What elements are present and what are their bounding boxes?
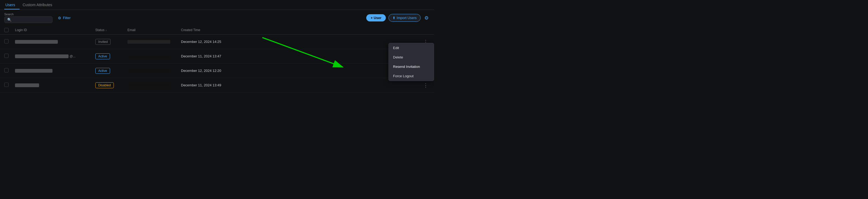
created-time-header: Created Time	[181, 28, 430, 32]
login-id-3	[15, 69, 95, 73]
row-select-1	[4, 39, 15, 44]
tabs-bar: Users Custom Attributes	[0, 0, 434, 10]
users-table: Login ID Status ↓ Email Created Time Inv…	[0, 26, 434, 92]
context-menu: Edit Delete Resend Invitation Force Logo…	[389, 43, 434, 81]
tab-users[interactable]: Users	[4, 1, 20, 9]
table-row: Invited December 12, 2024 14:25 ⋮	[0, 35, 434, 49]
upload-icon: ⬆	[393, 16, 396, 20]
context-menu-force-logout[interactable]: Force Logout	[389, 72, 434, 81]
search-input-wrapper: 🔍	[4, 17, 53, 23]
status-badge-3: Active	[95, 68, 110, 74]
more-options-4[interactable]: ⋮	[422, 81, 430, 89]
row-checkbox-3[interactable]	[4, 68, 8, 73]
search-label: Search	[4, 12, 53, 16]
add-user-button[interactable]: + User	[366, 14, 385, 22]
created-time-1: December 12, 2024 14:25	[181, 40, 422, 44]
toolbar: Search 🔍 ⚙ Filter + User ⬆ Import Users …	[0, 10, 434, 26]
search-input[interactable]	[13, 18, 50, 22]
filter-icon: ⚙	[58, 16, 61, 20]
status-badge-2: Active	[95, 53, 110, 59]
row-checkbox-4[interactable]	[4, 83, 8, 87]
table-row: Active December 12, 2024 12:20 ⋮	[0, 63, 434, 78]
row-select-2	[4, 54, 15, 59]
status-4: Disabled	[95, 82, 127, 88]
status-badge-1: Invited	[95, 39, 111, 45]
status-header: Status ↓	[95, 28, 127, 32]
created-time-4: December 11, 2024 13:49	[181, 83, 422, 87]
login-id-header: Login ID	[15, 28, 95, 32]
login-id-2: @...	[15, 54, 95, 58]
created-time-2: December 11, 2024 13:47	[181, 54, 422, 58]
status-1: Invited	[95, 39, 127, 45]
email-4	[127, 83, 181, 87]
login-id-4	[15, 83, 95, 87]
table-row: Disabled December 11, 2024 13:49 ⋮	[0, 78, 434, 92]
email-1	[127, 40, 181, 44]
context-menu-resend-invitation[interactable]: Resend Invitation	[389, 62, 434, 72]
email-3	[127, 69, 181, 73]
search-icon: 🔍	[7, 18, 11, 22]
sort-icon: ↓	[105, 29, 107, 32]
created-time-3: December 12, 2024 12:20	[181, 69, 422, 73]
import-users-button[interactable]: ⬆ Import Users	[389, 14, 421, 22]
select-all-col	[4, 28, 15, 32]
settings-button[interactable]: ⚙	[423, 14, 430, 22]
email-2	[127, 54, 181, 58]
row-select-3	[4, 68, 15, 73]
row-select-4	[4, 83, 15, 88]
context-menu-edit[interactable]: Edit	[389, 43, 434, 53]
row-checkbox-1[interactable]	[4, 39, 8, 44]
context-menu-delete[interactable]: Delete	[389, 53, 434, 62]
search-group: Search 🔍	[4, 12, 53, 23]
gear-icon: ⚙	[424, 15, 429, 21]
login-id-1	[15, 40, 95, 44]
select-all-checkbox[interactable]	[4, 28, 8, 32]
row-checkbox-2[interactable]	[4, 54, 8, 58]
table-row: @... Active December 11, 2024 13:47 ⋮	[0, 49, 434, 63]
status-2: Active	[95, 53, 127, 59]
status-badge-4: Disabled	[95, 82, 114, 88]
filter-label: Filter	[63, 16, 71, 20]
toolbar-right: + User ⬆ Import Users ⚙	[366, 14, 430, 22]
filter-button[interactable]: ⚙ Filter	[56, 15, 73, 21]
status-3: Active	[95, 68, 127, 74]
email-header: Email	[127, 28, 181, 32]
tab-custom-attributes[interactable]: Custom Attributes	[22, 1, 57, 9]
table-header: Login ID Status ↓ Email Created Time	[0, 26, 434, 35]
